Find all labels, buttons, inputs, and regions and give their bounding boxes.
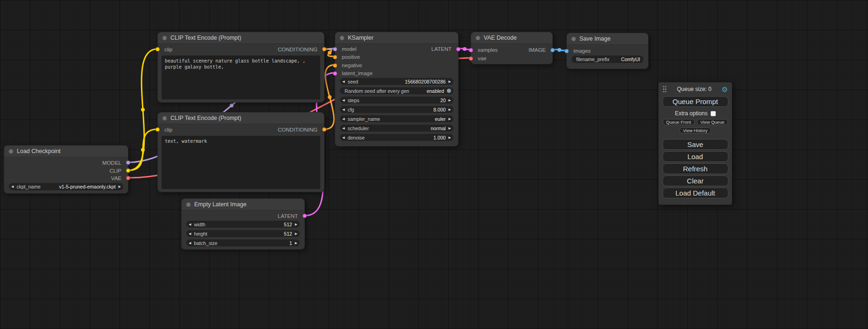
refresh-button[interactable]: Refresh bbox=[663, 163, 728, 174]
view-history-button[interactable]: View History bbox=[679, 127, 712, 133]
link-midpoint-dot bbox=[463, 47, 466, 51]
collapse-toggle-dot[interactable] bbox=[186, 203, 191, 207]
input-socket-model[interactable] bbox=[333, 47, 337, 51]
input-label-latent-image: latent_image bbox=[342, 70, 373, 77]
decrement-icon[interactable]: ◀ bbox=[342, 117, 345, 121]
widget-name: cfg bbox=[347, 107, 354, 112]
input-socket-samples[interactable] bbox=[469, 48, 473, 52]
widget-steps[interactable]: ◀ steps 20 ▶ bbox=[340, 97, 453, 104]
node-title[interactable]: VAE Decode bbox=[471, 32, 552, 44]
load-default-button[interactable]: Load Default bbox=[663, 188, 728, 198]
node-empty-latent-image[interactable]: Empty Latent Image LATENT ◀ width 512 ▶ … bbox=[181, 198, 305, 250]
queue-front-button[interactable]: Queue Front bbox=[663, 119, 695, 125]
queue-prompt-button[interactable]: Queue Prompt bbox=[663, 96, 728, 107]
collapse-toggle-dot[interactable] bbox=[162, 116, 167, 120]
widget-value: enabled bbox=[427, 88, 444, 94]
input-socket-negative[interactable] bbox=[333, 63, 337, 68]
input-socket-vae[interactable] bbox=[469, 56, 473, 61]
clear-button[interactable]: Clear bbox=[663, 175, 728, 186]
input-socket-latent-image[interactable] bbox=[333, 71, 337, 76]
increment-icon[interactable]: ▶ bbox=[295, 223, 297, 226]
seed-toggle-dot[interactable] bbox=[447, 89, 451, 93]
input-label-images: images bbox=[573, 47, 591, 55]
output-socket-vae[interactable] bbox=[126, 176, 130, 180]
decrement-icon[interactable]: ◀ bbox=[342, 80, 345, 84]
output-socket-model[interactable] bbox=[126, 161, 130, 165]
collapse-toggle-dot[interactable] bbox=[9, 149, 13, 154]
node-vae-decode[interactable]: VAE Decode samples vae IMAGE bbox=[471, 32, 553, 64]
input-socket-clip[interactable] bbox=[155, 127, 160, 132]
decrement-icon[interactable]: ◀ bbox=[342, 126, 345, 130]
increment-icon[interactable]: ▶ bbox=[295, 232, 297, 236]
drag-handle-icon[interactable] bbox=[663, 85, 667, 93]
increment-icon[interactable]: ▶ bbox=[449, 98, 451, 102]
widget-seed[interactable]: ◀ seed 156680208700286 ▶ bbox=[340, 78, 453, 85]
decrement-icon[interactable]: ◀ bbox=[342, 136, 345, 140]
decrement-icon[interactable]: ◀ bbox=[342, 108, 345, 112]
decrement-icon[interactable]: ◀ bbox=[189, 232, 191, 236]
link-midpoint-dot bbox=[230, 104, 233, 107]
node-ksampler[interactable]: KSampler model positive negative latent_… bbox=[335, 32, 459, 147]
increment-icon[interactable]: ▶ bbox=[119, 185, 121, 189]
widget-scheduler[interactable]: ◀ scheduler normal ▶ bbox=[340, 125, 453, 132]
output-socket-latent[interactable] bbox=[456, 47, 460, 51]
widget-value: 512 bbox=[284, 222, 292, 227]
extra-options-checkbox[interactable] bbox=[711, 111, 716, 116]
node-title[interactable]: Empty Latent Image bbox=[182, 199, 304, 210]
widget-filename-prefix[interactable]: filename_prefix ComfyUI bbox=[572, 56, 643, 63]
decrement-icon[interactable]: ◀ bbox=[189, 223, 191, 226]
output-socket-conditioning[interactable] bbox=[322, 47, 326, 51]
widget-batch-size[interactable]: ◀ batch_size 1 ▶ bbox=[186, 239, 300, 246]
increment-icon[interactable]: ▶ bbox=[295, 241, 297, 245]
increment-icon[interactable]: ▶ bbox=[449, 108, 451, 112]
node-load-checkpoint[interactable]: Load Checkpoint MODEL CLIP VAE ◀ ckpt_na… bbox=[4, 145, 128, 194]
node-title[interactable]: CLIP Text Encode (Prompt) bbox=[158, 112, 324, 124]
decrement-icon[interactable]: ◀ bbox=[11, 185, 14, 189]
decrement-icon[interactable]: ◀ bbox=[189, 241, 191, 245]
collapse-toggle-dot[interactable] bbox=[340, 36, 344, 40]
widget-denoise[interactable]: ◀ denoise 1.000 ▶ bbox=[340, 134, 453, 141]
collapse-toggle-dot[interactable] bbox=[476, 36, 480, 40]
input-label-negative: negative bbox=[342, 62, 362, 69]
prompt-text-area[interactable]: text, watermark bbox=[162, 136, 320, 189]
node-title[interactable]: Save Image bbox=[567, 33, 648, 45]
output-socket-latent[interactable] bbox=[303, 214, 307, 218]
increment-icon[interactable]: ▶ bbox=[449, 126, 451, 130]
view-queue-button[interactable]: View Queue bbox=[697, 119, 728, 125]
increment-icon[interactable]: ▶ bbox=[449, 117, 451, 121]
widget-width[interactable]: ◀ width 512 ▶ bbox=[186, 221, 300, 228]
decrement-icon[interactable]: ◀ bbox=[342, 98, 345, 102]
input-socket-positive[interactable] bbox=[333, 55, 337, 59]
node-title[interactable]: CLIP Text Encode (Prompt) bbox=[158, 32, 324, 44]
widget-name: height bbox=[194, 231, 207, 237]
node-title-text: Load Checkpoint bbox=[17, 148, 61, 154]
output-label-latent: LATENT bbox=[278, 212, 298, 220]
input-socket-images[interactable] bbox=[565, 49, 569, 53]
collapse-toggle-dot[interactable] bbox=[162, 36, 167, 40]
collapse-toggle-dot[interactable] bbox=[572, 37, 576, 41]
history-pill-row: View History bbox=[659, 127, 732, 133]
load-button[interactable]: Load bbox=[663, 151, 728, 162]
node-title-text: Empty Latent Image bbox=[194, 201, 247, 208]
widget-sampler-name[interactable]: ◀ sampler_name euler ▶ bbox=[340, 115, 453, 122]
node-clip-text-encode-negative[interactable]: CLIP Text Encode (Prompt) clip CONDITION… bbox=[157, 112, 325, 192]
widget-height[interactable]: ◀ height 512 ▶ bbox=[186, 230, 300, 237]
input-socket-clip[interactable] bbox=[155, 47, 160, 51]
save-button[interactable]: Save bbox=[663, 139, 728, 150]
increment-icon[interactable]: ▶ bbox=[449, 136, 451, 140]
widget-cfg[interactable]: ◀ cfg 8.000 ▶ bbox=[340, 106, 453, 113]
settings-gear-icon[interactable]: ⚙ bbox=[722, 86, 728, 93]
prompt-text-area[interactable]: beautiful scenery nature glass bottle la… bbox=[162, 56, 320, 99]
output-socket-conditioning[interactable] bbox=[322, 127, 326, 132]
node-save-image[interactable]: Save Image images filename_prefix ComfyU… bbox=[566, 33, 649, 69]
node-title[interactable]: KSampler bbox=[335, 32, 458, 44]
output-socket-clip[interactable] bbox=[126, 168, 130, 173]
widget-ckpt-name[interactable]: ◀ ckpt_name v1-5-pruned-emaonly.ckpt ▶ bbox=[9, 183, 123, 190]
output-label-conditioning: CONDITIONING bbox=[278, 46, 318, 53]
widget-random-seed[interactable]: Random seed after every gen enabled bbox=[340, 87, 453, 94]
node-clip-text-encode-positive[interactable]: CLIP Text Encode (Prompt) clip CONDITION… bbox=[157, 32, 325, 103]
widget-name: seed bbox=[347, 79, 358, 84]
increment-icon[interactable]: ▶ bbox=[449, 80, 451, 84]
output-socket-image[interactable] bbox=[550, 48, 555, 52]
node-title[interactable]: Load Checkpoint bbox=[4, 146, 128, 157]
